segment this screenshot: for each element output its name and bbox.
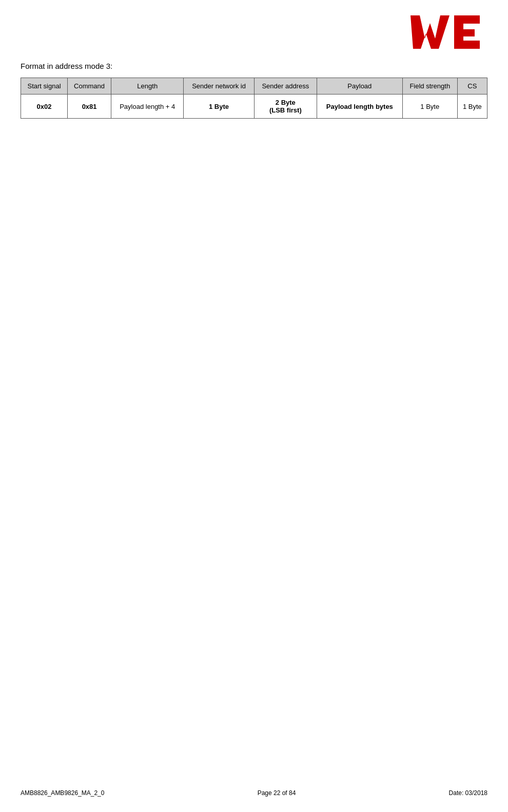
sender-address-line2: (LSB first)	[269, 106, 302, 114]
logo-area	[21, 10, 487, 51]
footer-left: AMB8826_AMB9826_MA_2_0	[21, 789, 104, 797]
col-header-payload: Payload	[317, 78, 402, 95]
svg-marker-0	[411, 15, 450, 49]
cell-start-signal: 0x02	[21, 95, 68, 119]
format-title: Format in address mode 3:	[21, 62, 487, 70]
page-container: Format in address mode 3: Start signal C…	[0, 0, 508, 812]
col-header-cs: CS	[457, 78, 487, 95]
footer-center: Page 22 of 84	[258, 789, 296, 797]
svg-rect-4	[454, 41, 480, 49]
col-header-command: Command	[68, 78, 111, 95]
col-header-sender-address: Sender address	[254, 78, 317, 95]
footer-right: Date: 03/2018	[449, 789, 487, 797]
data-table: Start signal Command Length Sender netwo…	[21, 78, 487, 119]
col-header-start-signal: Start signal	[21, 78, 68, 95]
col-header-field-strength: Field strength	[402, 78, 457, 95]
col-header-sender-network-id: Sender network id	[184, 78, 254, 95]
cell-sender-address: 2 Byte (LSB first)	[254, 95, 317, 119]
sender-address-line1: 2 Byte	[276, 99, 296, 106]
we-logo	[405, 10, 487, 51]
cell-field-strength: 1 Byte	[402, 95, 457, 119]
cell-payload: Payload length bytes	[317, 95, 402, 119]
cell-cs: 1 Byte	[457, 95, 487, 119]
table-header-row: Start signal Command Length Sender netwo…	[21, 78, 487, 95]
footer: AMB8826_AMB9826_MA_2_0 Page 22 of 84 Dat…	[21, 789, 487, 797]
cell-command: 0x81	[68, 95, 111, 119]
svg-rect-2	[454, 15, 480, 24]
col-header-length: Length	[111, 78, 184, 95]
cell-sender-network-id: 1 Byte	[184, 95, 254, 119]
svg-rect-3	[454, 29, 475, 36]
cell-length: Payload length + 4	[111, 95, 184, 119]
table-row: 0x02 0x81 Payload length + 4 1 Byte 2 By…	[21, 95, 487, 119]
